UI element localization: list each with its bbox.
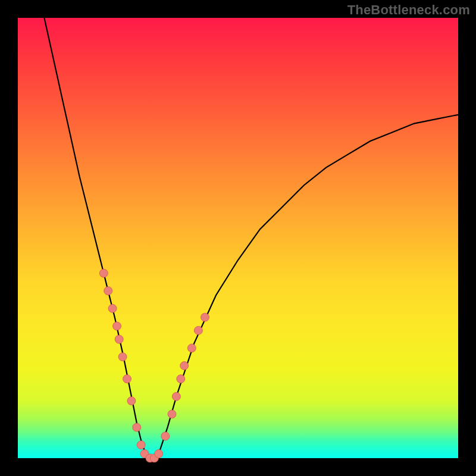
data-marker <box>177 375 185 383</box>
data-marker <box>104 287 112 295</box>
data-marker <box>194 326 202 334</box>
markers-group <box>99 269 209 462</box>
data-marker <box>161 432 170 440</box>
data-marker <box>172 392 180 400</box>
data-marker <box>180 362 189 370</box>
data-marker <box>123 375 131 383</box>
data-marker <box>108 304 117 312</box>
data-marker <box>201 313 209 321</box>
data-marker <box>155 450 163 458</box>
data-marker <box>137 441 145 449</box>
chart-svg <box>18 18 458 458</box>
data-marker <box>115 335 123 343</box>
chart-frame: TheBottleneck.com <box>0 0 476 476</box>
data-marker <box>168 410 176 418</box>
data-marker <box>99 269 108 277</box>
data-marker <box>113 322 121 330</box>
data-marker <box>127 397 136 405</box>
watermark-label: TheBottleneck.com <box>347 2 470 18</box>
bottleneck-curve <box>44 18 458 458</box>
data-marker <box>133 423 141 431</box>
data-marker <box>118 353 127 361</box>
data-marker <box>187 344 196 352</box>
